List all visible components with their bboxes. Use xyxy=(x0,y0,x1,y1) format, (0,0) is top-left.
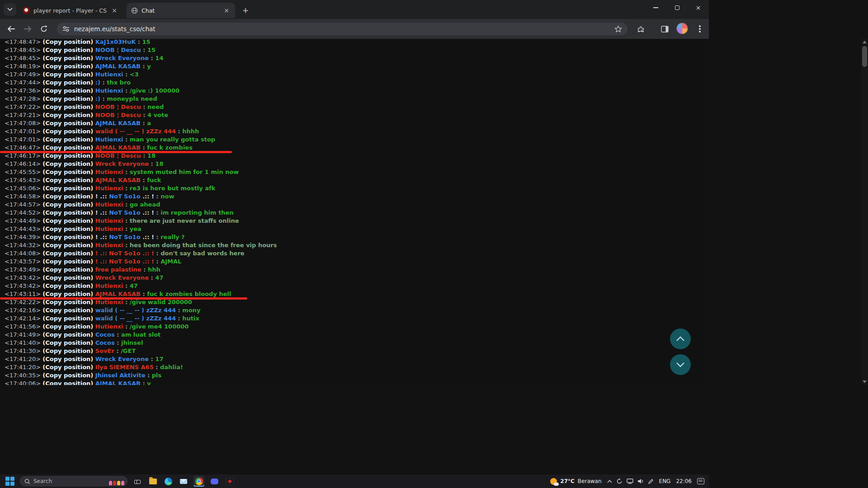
separator: : xyxy=(141,120,147,127)
chat-message: fuc k zombies xyxy=(147,144,193,151)
copy-position-link[interactable]: (Copy position) xyxy=(42,201,95,208)
copy-position-link[interactable]: (Copy position) xyxy=(42,307,95,314)
copy-position-link[interactable]: (Copy position) xyxy=(42,79,95,86)
copy-position-link[interactable]: (Copy position) xyxy=(42,160,95,167)
window-maximize-button[interactable] xyxy=(666,0,688,15)
timestamp: <17:40:35> xyxy=(5,372,42,379)
chat-row: <17:40:35> (Copy position) Jhinsel Aktiv… xyxy=(5,371,702,380)
separator: : xyxy=(123,282,130,289)
profile-avatar[interactable] xyxy=(676,23,688,34)
copy-position-link[interactable]: (Copy position) xyxy=(42,136,95,143)
window-close-button[interactable]: × xyxy=(688,0,709,15)
copy-position-link[interactable]: (Copy position) xyxy=(42,217,95,224)
window-minimize-button[interactable] xyxy=(645,0,666,15)
copy-position-link[interactable]: (Copy position) xyxy=(42,112,95,118)
player-name: AJMAL KASAB xyxy=(95,63,141,70)
copy-position-link[interactable]: (Copy position) xyxy=(42,63,95,70)
player-name: Hutienxi xyxy=(95,242,123,249)
tab-chat[interactable]: Chat × xyxy=(127,3,235,18)
copy-position-link[interactable]: (Copy position) xyxy=(42,315,95,322)
forward-button[interactable] xyxy=(21,22,34,36)
copy-position-link[interactable]: (Copy position) xyxy=(42,234,95,240)
copy-position-link[interactable]: (Copy position) xyxy=(42,120,95,127)
timestamp: <17:44:52> xyxy=(5,209,42,216)
back-button[interactable] xyxy=(5,22,18,36)
copy-position-link[interactable]: (Copy position) xyxy=(42,103,95,110)
separator: : xyxy=(123,87,130,94)
copy-position-link[interactable]: (Copy position) xyxy=(42,87,95,94)
copy-position-link[interactable]: (Copy position) xyxy=(42,339,95,346)
chat-row: <17:47:36> (Copy position) Hutienxi : /g… xyxy=(5,87,702,95)
red-underline-annotation xyxy=(0,151,232,153)
new-tab-button[interactable]: + xyxy=(240,5,251,16)
copy-position-link[interactable]: (Copy position) xyxy=(42,71,95,78)
chat-message: really ? xyxy=(160,234,184,240)
copy-position-link[interactable]: (Copy position) xyxy=(42,47,95,53)
player-name: free palastine xyxy=(95,266,142,273)
timestamp: <17:44:58> xyxy=(5,193,42,200)
copy-position-link[interactable]: (Copy position) xyxy=(42,242,95,249)
copy-position-link[interactable]: (Copy position) xyxy=(42,266,95,273)
copy-position-link[interactable]: (Copy position) xyxy=(42,356,95,362)
player-name: ! .:: NoT So1o .:: ! xyxy=(95,258,154,265)
scroll-to-bottom-button[interactable] xyxy=(670,354,691,375)
player-name: Hutienxi xyxy=(95,225,123,232)
copy-position-link[interactable]: (Copy position) xyxy=(42,185,95,192)
copy-position-link[interactable]: (Copy position) xyxy=(42,380,95,385)
copy-position-link[interactable]: (Copy position) xyxy=(42,55,95,61)
chat-row: <17:44:49> (Copy position) Hutienxi : th… xyxy=(5,217,702,225)
chat-log: <17:48:47> (Copy position) KaJ1x03HuK : … xyxy=(0,39,702,385)
copy-position-link[interactable]: (Copy position) xyxy=(42,299,95,305)
copy-position-link[interactable]: (Copy position) xyxy=(42,291,95,297)
separator: : xyxy=(123,299,130,305)
timestamp: <17:41:40> xyxy=(5,339,42,346)
reload-button[interactable] xyxy=(37,22,51,36)
copy-position-link[interactable]: (Copy position) xyxy=(42,177,95,183)
timestamp: <17:46:14> xyxy=(5,160,42,167)
extensions-icon[interactable] xyxy=(634,22,647,36)
player-name: Hutienxi xyxy=(95,282,123,289)
tab-close-icon[interactable]: × xyxy=(110,6,118,14)
timestamp: <17:47:44> xyxy=(5,79,42,86)
copy-position-link[interactable]: (Copy position) xyxy=(42,225,95,232)
copy-position-link[interactable]: (Copy position) xyxy=(42,193,95,200)
copy-position-link[interactable]: (Copy position) xyxy=(42,347,95,354)
address-bar[interactable]: nezajem.eu/stats_cso/chat xyxy=(57,23,627,35)
timestamp: <17:42:22> xyxy=(5,299,42,305)
copy-position-link[interactable]: (Copy position) xyxy=(42,209,95,216)
copy-position-link[interactable]: (Copy position) xyxy=(42,250,95,257)
copy-position-link[interactable]: (Copy position) xyxy=(42,144,95,151)
url-text: nezajem.eu/stats_cso/chat xyxy=(74,25,610,33)
copy-position-link[interactable]: (Copy position) xyxy=(42,274,95,281)
chat-row: <17:47:08> (Copy position) AJMAL KASAB :… xyxy=(5,119,702,127)
copy-position-link[interactable]: (Copy position) xyxy=(42,152,95,159)
side-panel-icon[interactable] xyxy=(658,22,671,36)
browser-menu-button[interactable] xyxy=(693,22,707,36)
chat-message: fuck xyxy=(147,177,161,183)
copy-position-link[interactable]: (Copy position) xyxy=(42,95,95,102)
player-name: Cocos xyxy=(95,331,115,338)
copy-position-link[interactable]: (Copy position) xyxy=(42,169,95,175)
scroll-to-top-button[interactable] xyxy=(670,328,691,349)
copy-position-link[interactable]: (Copy position) xyxy=(42,128,95,135)
player-name: Hutienxi xyxy=(95,323,123,330)
copy-position-link[interactable]: (Copy position) xyxy=(42,364,95,371)
copy-position-link[interactable]: (Copy position) xyxy=(42,323,95,330)
copy-position-link[interactable]: (Copy position) xyxy=(42,258,95,265)
copy-position-link[interactable]: (Copy position) xyxy=(42,282,95,289)
player-name: Hutienxi xyxy=(95,87,123,94)
copy-position-link[interactable]: (Copy position) xyxy=(42,39,95,45)
bookmark-star-icon[interactable] xyxy=(614,25,622,33)
chat-row: <17:45:55> (Copy position) Hutienxi : sy… xyxy=(5,168,702,176)
tab-close-icon[interactable]: × xyxy=(222,6,231,14)
timestamp: <17:47:21> xyxy=(5,112,42,118)
copy-position-link[interactable]: (Copy position) xyxy=(42,372,95,379)
site-settings-icon[interactable] xyxy=(62,26,70,32)
chat-message: hhhh xyxy=(182,128,199,135)
tab-search-button[interactable] xyxy=(4,3,16,16)
kebab-menu-icon xyxy=(699,25,701,33)
player-name: Jhinsel Aktivite xyxy=(95,372,146,379)
separator: : xyxy=(141,144,147,151)
copy-position-link[interactable]: (Copy position) xyxy=(42,331,95,338)
tab-player-report[interactable]: player report - Player - CSOMO × xyxy=(18,3,123,18)
